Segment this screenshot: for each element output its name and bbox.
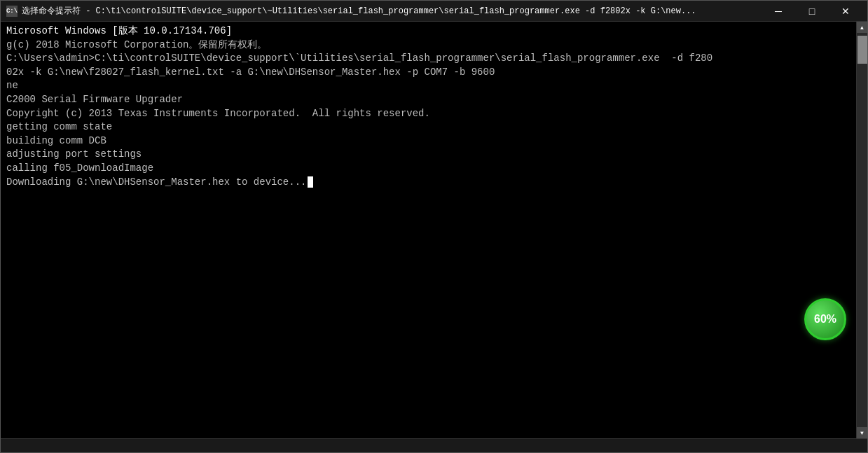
console-line: getting comm state: [6, 120, 850, 134]
console-line: adjusting port settings: [6, 148, 850, 162]
progress-value: 60%: [814, 313, 836, 326]
scroll-down-arrow[interactable]: ▼: [857, 427, 868, 438]
console-line: g(c) 2018 Microsoft Corporation。保留所有权利。: [6, 39, 850, 53]
bottom-bar: [1, 438, 867, 452]
cursor: [308, 176, 313, 188]
console-area: Microsoft Windows [版本 10.0.17134.706]g(c…: [1, 22, 867, 438]
scroll-up-arrow[interactable]: ▲: [857, 22, 868, 33]
console-line: Microsoft Windows [版本 10.0.17134.706]: [6, 25, 850, 39]
console-line: ne: [6, 79, 850, 93]
console-line: 02x -k G:\new\f28027_flash_kernel.txt -a…: [6, 66, 850, 80]
close-button[interactable]: ✕: [829, 3, 862, 20]
title-bar-text: 选择命令提示符 - C:\ti\controlSUITE\device_supp…: [22, 5, 757, 17]
maximize-button[interactable]: □: [796, 3, 828, 20]
title-bar: C:\ 选择命令提示符 - C:\ti\controlSUITE\device_…: [1, 1, 867, 22]
console-line: Copyright (c) 2013 Texas Instruments Inc…: [6, 107, 850, 121]
console-line: C:\Users\admin>C:\ti\controlSUITE\device…: [6, 52, 850, 66]
cmd-window: C:\ 选择命令提示符 - C:\ti\controlSUITE\device_…: [0, 0, 868, 453]
title-bar-controls: ─ □ ✕: [762, 3, 862, 20]
scroll-track[interactable]: [857, 33, 868, 427]
minimize-button[interactable]: ─: [762, 3, 794, 20]
console-line: Downloading G:\new\DHSensor_Master.hex t…: [6, 176, 850, 190]
scroll-thumb[interactable]: [857, 36, 867, 64]
progress-badge: 60%: [804, 298, 846, 340]
console-content: Microsoft Windows [版本 10.0.17134.706]g(c…: [1, 22, 856, 438]
console-line: calling f05_DownloadImage: [6, 162, 850, 176]
scrollbar[interactable]: ▲ ▼: [856, 22, 867, 438]
window-icon: C:\: [6, 6, 18, 17]
console-line: building comm DCB: [6, 134, 850, 148]
console-line: C2000 Serial Firmware Upgrader: [6, 93, 850, 107]
